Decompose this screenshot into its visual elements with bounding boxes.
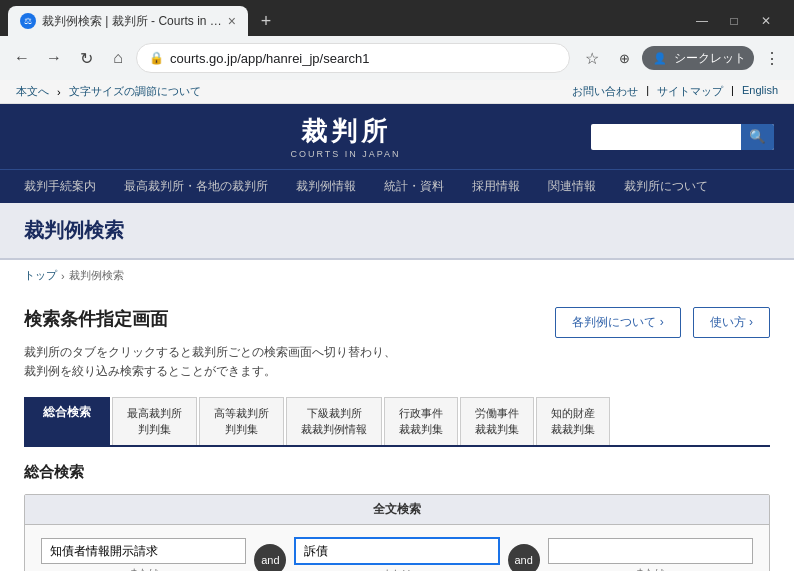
nav-item-cases[interactable]: 裁判例情報 <box>282 170 370 203</box>
section-header: 各判例について › 使い方 › 検索条件指定画面 裁判所のタブをクリックすると裁… <box>24 307 770 397</box>
extension-icon[interactable]: ⊕ <box>610 44 638 72</box>
nav-item-related[interactable]: 関連情報 <box>534 170 610 203</box>
content-area: 各判例について › 使い方 › 検索条件指定画面 裁判所のタブをクリックすると裁… <box>0 291 794 571</box>
search-field-3[interactable] <box>548 538 753 564</box>
tab-lower[interactable]: 下級裁判所裁裁判例情報 <box>286 397 382 445</box>
tab-labor[interactable]: 労働事件裁裁判集 <box>460 397 534 445</box>
breadcrumb-separator: › <box>61 270 65 282</box>
court-info-button[interactable]: 各判例について › <box>555 307 680 338</box>
search-tabs: 総合検索 最高裁判所判判集 高等裁判所判判集 下級裁判所裁裁判例情報 行政事件裁… <box>24 397 770 447</box>
top-links-left: 本文へ › 文字サイズの調節について <box>16 84 201 99</box>
logo-main-title: 裁判所 <box>290 114 400 149</box>
nav-right-controls: ☆ ⊕ 👤 シークレット ⋮ <box>578 44 786 72</box>
incognito-button[interactable]: 👤 シークレット <box>642 46 754 70</box>
browser-chrome: 裁判所⚖ 裁判例検索 | 裁判所 - Courts in J... × + — … <box>0 0 794 80</box>
field-label-2: または <box>294 565 499 571</box>
nav-item-procedure[interactable]: 裁判手続案内 <box>10 170 110 203</box>
incognito-label: シークレット <box>674 50 746 67</box>
home-button[interactable]: ⌂ <box>104 44 132 72</box>
search-field-2[interactable] <box>294 537 499 565</box>
nav-item-about[interactable]: 裁判所について <box>610 170 722 203</box>
top-links-right: お問い合わせ | サイトマップ | English <box>572 84 778 99</box>
contact-link[interactable]: お問い合わせ <box>572 84 638 99</box>
close-button[interactable]: ✕ <box>754 9 778 33</box>
main-navigation: 裁判手続案内 最高裁判所・各地の裁判所 裁判例情報 統計・資料 採用情報 関連情… <box>0 169 794 203</box>
active-tab[interactable]: 裁判所⚖ 裁判例検索 | 裁判所 - Courts in J... × <box>8 6 248 36</box>
new-tab-button[interactable]: + <box>252 7 280 35</box>
tab-综合[interactable]: 総合検索 <box>24 397 110 445</box>
page-title: 裁判例検索 <box>24 217 770 244</box>
section-description: 裁判所のタブをクリックすると裁判所ごとの検索画面へ切り替わり、 裁判例を絞り込み… <box>24 343 770 381</box>
header-search-button[interactable]: 🔍 <box>741 124 774 150</box>
breadcrumb-top-link[interactable]: トップ <box>24 268 57 283</box>
site-logo: 裁判所 COURTS IN JAPAN <box>290 114 400 159</box>
address-bar[interactable]: 🔒 courts.go.jp/app/hanrei_jp/search1 <box>136 43 570 73</box>
search-field-1[interactable] <box>41 538 246 564</box>
field-label-3: または <box>548 564 753 571</box>
page-header: 裁判例検索 <box>0 203 794 260</box>
tab-bar: 裁判所⚖ 裁判例検索 | 裁判所 - Courts in J... × + — … <box>0 0 794 36</box>
bookmark-star-icon[interactable]: ☆ <box>578 44 606 72</box>
top-links-bar: 本文へ › 文字サイズの調節について お問い合わせ | サイトマップ | Eng… <box>0 80 794 104</box>
and-button-1[interactable]: and <box>254 544 286 571</box>
search-section-title: 総合検索 <box>24 463 770 482</box>
tab-close-icon[interactable]: × <box>228 13 236 29</box>
breadcrumb: トップ › 裁判例検索 <box>0 260 794 291</box>
reload-button[interactable]: ↻ <box>72 44 100 72</box>
tab-admin[interactable]: 行政事件裁裁判集 <box>384 397 458 445</box>
nav-item-stats[interactable]: 統計・資料 <box>370 170 458 203</box>
nav-item-courts[interactable]: 最高裁判所・各地の裁判所 <box>110 170 282 203</box>
header-search[interactable]: 🔍 <box>591 124 774 150</box>
navigation-bar: ← → ↻ ⌂ 🔒 courts.go.jp/app/hanrei_jp/sea… <box>0 36 794 80</box>
logo-sub-title: COURTS IN JAPAN <box>290 149 400 159</box>
breadcrumb-current: 裁判例検索 <box>69 268 124 283</box>
full-text-search-box: 全文検索 または and または and または <box>24 494 770 571</box>
search-section: 総合検索 全文検索 または and または and <box>24 463 770 571</box>
address-text: courts.go.jp/app/hanrei_jp/search1 <box>170 51 557 66</box>
menu-button[interactable]: ⋮ <box>758 44 786 72</box>
tab-ip[interactable]: 知的財産裁裁判集 <box>536 397 610 445</box>
lock-icon: 🔒 <box>149 51 164 65</box>
english-link[interactable]: English <box>742 84 778 99</box>
back-button[interactable]: ← <box>8 44 36 72</box>
font-size-link[interactable]: 文字サイズの調節について <box>69 84 201 99</box>
field-label-1: または <box>41 564 246 571</box>
minimize-button[interactable]: — <box>690 9 714 33</box>
tab-high[interactable]: 高等裁判所判判集 <box>199 397 284 445</box>
site-header: 裁判所 COURTS IN JAPAN 🔍 <box>0 104 794 169</box>
sitemap-link[interactable]: サイトマップ <box>657 84 723 99</box>
maximize-button[interactable]: □ <box>722 9 746 33</box>
site-wrapper: 本文へ › 文字サイズの調節について お問い合わせ | サイトマップ | Eng… <box>0 80 794 571</box>
tab-title: 裁判例検索 | 裁判所 - Courts in J... <box>42 13 222 30</box>
tab-favicon: 裁判所⚖ <box>20 13 36 29</box>
tab-supreme[interactable]: 最高裁判所判判集 <box>112 397 197 445</box>
nav-item-recruit[interactable]: 採用情報 <box>458 170 534 203</box>
field-wrapper-1: または <box>41 538 246 571</box>
and-button-2[interactable]: and <box>508 544 540 571</box>
forward-button[interactable]: → <box>40 44 68 72</box>
header-search-input[interactable] <box>591 130 741 144</box>
full-text-label: 全文検索 <box>25 495 769 525</box>
field-wrapper-2: または <box>294 537 499 571</box>
skip-to-main-link[interactable]: 本文へ <box>16 84 49 99</box>
field-wrapper-3: または <box>548 538 753 571</box>
action-buttons: 各判例について › 使い方 › <box>555 307 770 338</box>
search-fields-row: または and または and または <box>25 525 769 571</box>
nav-list: 裁判手続案内 最高裁判所・各地の裁判所 裁判例情報 統計・資料 採用情報 関連情… <box>0 170 794 203</box>
usage-button[interactable]: 使い方 › <box>693 307 770 338</box>
incognito-icon: 👤 <box>650 48 670 68</box>
window-controls: — □ ✕ <box>690 9 786 33</box>
